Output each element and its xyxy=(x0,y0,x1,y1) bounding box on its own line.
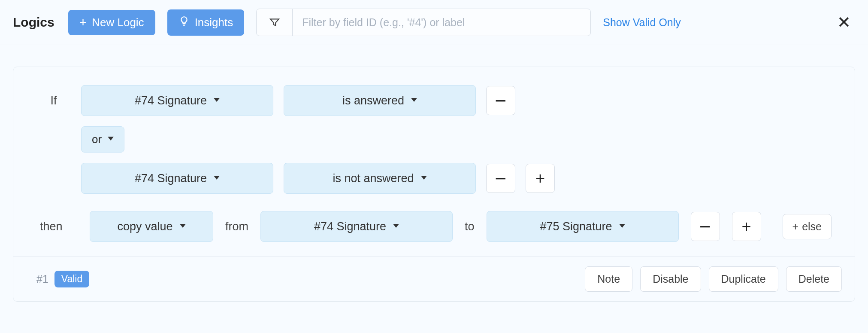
or-label: or xyxy=(92,133,102,146)
condition-row: If #74 Signature is answered − xyxy=(36,85,832,116)
condition-operator-select[interactable]: is not answered xyxy=(284,163,476,194)
filter-icon-button[interactable] xyxy=(257,9,293,36)
action-from-select[interactable]: #74 Signature xyxy=(260,211,453,242)
condition-operator-label: is answered xyxy=(342,94,404,107)
condition-field-label: #74 Signature xyxy=(135,172,207,185)
action-from-label: #74 Signature xyxy=(314,220,386,233)
if-keyword: If xyxy=(36,94,71,107)
condition-row: #74 Signature is not answered − + xyxy=(36,163,832,194)
chevron-down-icon xyxy=(214,98,220,102)
action-type-select[interactable]: copy value xyxy=(90,211,213,242)
condition-field-select[interactable]: #74 Signature xyxy=(81,163,273,194)
condition-operator-select[interactable]: is answered xyxy=(284,85,476,116)
logic-card: If #74 Signature is answered − or #74 Si… xyxy=(13,67,855,302)
chevron-down-icon xyxy=(180,224,186,228)
rule-body: If #74 Signature is answered − or #74 Si… xyxy=(13,67,855,257)
add-condition-button[interactable]: + xyxy=(526,164,555,193)
new-logic-label: New Logic xyxy=(92,16,144,29)
condition-operator-label: is not answered xyxy=(333,172,414,185)
add-else-button[interactable]: + else xyxy=(783,214,832,239)
else-label: else xyxy=(802,220,822,233)
to-keyword: to xyxy=(465,220,475,233)
from-keyword: from xyxy=(225,220,248,233)
funnel-icon xyxy=(269,17,280,28)
chevron-down-icon xyxy=(411,98,417,102)
footer-actions: Note Disable Duplicate Delete xyxy=(585,266,842,292)
condition-field-label: #74 Signature xyxy=(135,94,207,107)
plus-icon: + xyxy=(792,220,799,233)
filter-input[interactable] xyxy=(293,16,590,29)
remove-condition-button[interactable]: − xyxy=(486,164,515,193)
card-footer: #1 Valid Note Disable Duplicate Delete xyxy=(13,257,855,301)
chevron-down-icon xyxy=(619,224,625,228)
action-type-label: copy value xyxy=(117,220,172,233)
action-to-label: #75 Signature xyxy=(540,220,612,233)
insights-button[interactable]: Insights xyxy=(167,9,245,36)
insights-label: Insights xyxy=(195,16,233,29)
chevron-down-icon xyxy=(421,176,427,180)
condition-field-select[interactable]: #74 Signature xyxy=(81,85,273,116)
chevron-down-icon xyxy=(214,176,220,180)
new-logic-button[interactable]: + New Logic xyxy=(68,10,155,35)
then-keyword: then xyxy=(36,220,78,233)
show-valid-only-link[interactable]: Show Valid Only xyxy=(603,16,681,29)
logic-connector-select[interactable]: or xyxy=(81,126,124,153)
status-badge: Valid xyxy=(54,271,89,287)
filter-group xyxy=(256,9,591,36)
chevron-down-icon xyxy=(393,224,399,228)
disable-button[interactable]: Disable xyxy=(640,266,701,292)
remove-action-button[interactable]: − xyxy=(691,212,720,241)
duplicate-button[interactable]: Duplicate xyxy=(709,266,778,292)
lightbulb-icon xyxy=(178,15,190,30)
action-to-select[interactable]: #75 Signature xyxy=(487,211,679,242)
remove-condition-button[interactable]: − xyxy=(486,86,515,115)
rule-index: #1 xyxy=(36,273,48,285)
delete-button[interactable]: Delete xyxy=(786,266,842,292)
header-bar: Logics + New Logic Insights Show Valid O… xyxy=(0,0,868,45)
add-action-button[interactable]: + xyxy=(732,212,761,241)
page-title: Logics xyxy=(13,15,54,30)
action-row: then copy value from #74 Signature to #7… xyxy=(36,211,832,242)
plus-icon: + xyxy=(79,16,87,29)
note-button[interactable]: Note xyxy=(585,266,632,292)
chevron-down-icon xyxy=(108,137,114,141)
close-icon[interactable]: ✕ xyxy=(837,13,855,32)
